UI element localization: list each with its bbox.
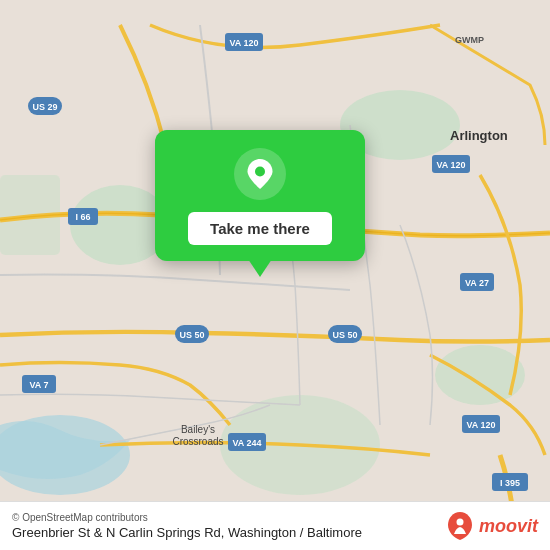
svg-text:VA 120: VA 120: [436, 160, 465, 170]
svg-point-34: [456, 519, 463, 526]
svg-text:I 395: I 395: [500, 478, 520, 488]
svg-text:US 50: US 50: [332, 330, 357, 340]
take-me-there-button[interactable]: Take me there: [188, 212, 332, 245]
location-pin-icon: [245, 159, 275, 189]
map-background: VA 120 US 29 I 66 VA 7 US 50 US 50 VA 24…: [0, 0, 550, 550]
svg-text:Bailey's: Bailey's: [181, 424, 215, 435]
svg-point-33: [255, 167, 265, 177]
location-icon-wrap: [234, 148, 286, 200]
svg-text:GWMP: GWMP: [455, 35, 484, 45]
svg-text:I 66: I 66: [75, 212, 90, 222]
moovit-brand-text: moovit: [479, 516, 538, 537]
bottom-left-info: © OpenStreetMap contributors Greenbrier …: [12, 512, 362, 540]
svg-text:Arlington: Arlington: [450, 128, 508, 143]
svg-text:VA 7: VA 7: [29, 380, 48, 390]
map-attribution: © OpenStreetMap contributors: [12, 512, 362, 523]
popup-card: Take me there: [155, 130, 365, 261]
svg-text:VA 120: VA 120: [466, 420, 495, 430]
svg-text:VA 27: VA 27: [465, 278, 489, 288]
svg-text:US 29: US 29: [32, 102, 57, 112]
svg-text:VA 120: VA 120: [229, 38, 258, 48]
map-container: VA 120 US 29 I 66 VA 7 US 50 US 50 VA 24…: [0, 0, 550, 550]
svg-text:VA 244: VA 244: [232, 438, 261, 448]
svg-text:Crossroads: Crossroads: [172, 436, 223, 447]
address-line: Greenbrier St & N Carlin Springs Rd, Was…: [12, 525, 362, 540]
svg-point-4: [435, 345, 525, 405]
svg-text:US 50: US 50: [179, 330, 204, 340]
moovit-logo: moovit: [446, 512, 538, 540]
bottom-bar: © OpenStreetMap contributors Greenbrier …: [0, 501, 550, 550]
moovit-brand-icon: [446, 512, 474, 540]
